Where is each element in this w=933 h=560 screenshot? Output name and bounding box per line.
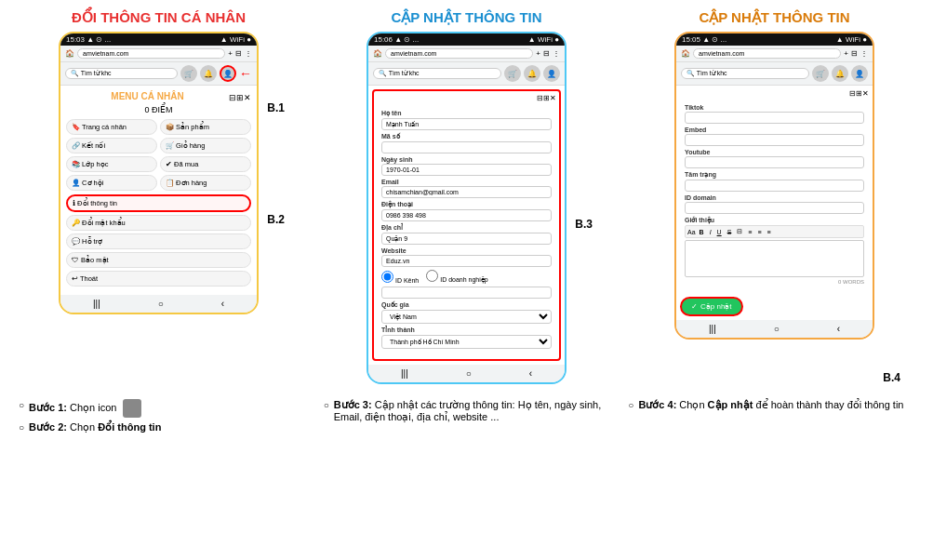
form-group-hoten: Họ tên — [381, 110, 552, 130]
search-input-1[interactable]: 🔍 Tìm từ khc — [65, 68, 178, 79]
menu-points-1: 0 ĐIỂM — [66, 105, 251, 114]
field-email[interactable] — [381, 186, 552, 198]
plus-icon-1: + — [228, 49, 233, 58]
avatar-icon-1[interactable]: 👤 — [220, 65, 236, 82]
toolbar-align-left[interactable]: ≡ — [746, 229, 753, 235]
search-input-2[interactable]: 🔍 Tìm từ khc — [373, 68, 501, 79]
avatar-icon-3: 👤 — [851, 65, 868, 82]
select-tinhthanh[interactable]: Thành phố Hồ Chí Minh — [381, 335, 552, 349]
url-box-1[interactable]: amvietnam.com — [77, 48, 225, 59]
label-email: Email — [381, 179, 552, 185]
menu-bao-mat[interactable]: 🛡 Bảo mật — [66, 252, 251, 268]
field-website[interactable] — [381, 255, 552, 267]
menu-co-hoi[interactable]: 👤 Cơ hội — [66, 175, 157, 191]
url-box-3[interactable]: amvietnam.com — [693, 48, 841, 59]
menu-san-pham[interactable]: 📦 Sản phẩm — [160, 119, 251, 135]
radio-id-doanhnghiep[interactable]: ID doanh nghiệp — [426, 270, 487, 284]
menu-icon-2: ⋮ — [553, 49, 560, 58]
step4-highlight: Cập nhật — [708, 399, 753, 410]
toolbar-align-right[interactable]: ≡ — [766, 229, 773, 235]
field-iddomain[interactable] — [685, 202, 864, 214]
menu-doi-mat-khau[interactable]: 🔑 Đổi mật khẩu — [66, 215, 251, 231]
step1-label: Bước 1: — [29, 402, 67, 413]
instruction-step1: ○ Bước 1: Chọn icon — [19, 399, 305, 418]
search-icon-1: 🔍 — [71, 70, 79, 76]
signal-2: ▲ WiFi ● — [528, 35, 559, 44]
menu-thoat[interactable]: ↩ Thoát — [66, 271, 251, 287]
menu-da-mua[interactable]: ✔ Đã mua — [160, 156, 251, 172]
form-group-tinhthanh: Tỉnh thành Thành phố Hồ Chí Minh — [381, 327, 552, 349]
menu-ket-noi[interactable]: 🔗 Kết nối — [66, 138, 157, 153]
select-quocgia[interactable]: Việt Nam — [381, 310, 552, 324]
search-placeholder-3: Tìm từ khc — [697, 70, 727, 76]
bottom-home-icon-3: ○ — [774, 324, 780, 334]
toolbar-block[interactable]: ⊟ — [735, 228, 744, 235]
instruction-step2: ○ Bước 2: Chọn Đổi thông tin — [19, 421, 305, 433]
bottom-home-icon-2: ○ — [466, 368, 472, 379]
field-id-value[interactable] — [381, 287, 552, 299]
avatar-icon-2: 👤 — [543, 65, 560, 82]
menu-gio-hang[interactable]: 🛒 Giỏ hàng — [160, 138, 251, 153]
cart-icon-1: 🛒 — [180, 65, 197, 82]
instruction-col-2: ○ Bước 3: Cập nhật các trường thông tin:… — [324, 399, 610, 437]
field-tiktok[interactable] — [685, 112, 864, 124]
plus-icon-3: + — [844, 49, 848, 58]
tabs-icon-1: ⊟ — [235, 49, 242, 58]
search-bar-2: 🔍 Tìm từ khc 🛒 🔔 👤 — [368, 62, 565, 86]
label-hoten: Họ tên — [381, 110, 552, 117]
phone-wrapper-1: 15:03 ▲ ⊙ ... ▲ WiFi ● 🏠 amvietnam.com +… — [59, 32, 259, 314]
bottom-home-icon-1: ○ — [158, 299, 164, 309]
menu-don-hang[interactable]: 📋 Đơn hàng — [160, 175, 251, 191]
menu-lop-hoc[interactable]: 📚 Lớp học — [66, 156, 157, 172]
menu-title-1: MENU CÁ NHÂN — [66, 91, 229, 101]
step1-text: Bước 1: Chọn icon — [29, 399, 140, 418]
field-ngaysinh[interactable] — [381, 164, 552, 176]
form-group-diachi: Địa chỉ — [381, 224, 552, 245]
field-dienthoai[interactable] — [381, 209, 552, 221]
field-embed[interactable] — [685, 134, 864, 146]
phone-column-1: ĐỔI THÔNG TIN CÁ NHÂN 15:03 ▲ ⊙ ... ▲ Wi… — [9, 9, 308, 384]
label-youtube: Youtube — [685, 149, 864, 155]
plus-icon-2: + — [536, 49, 540, 58]
field-maso[interactable] — [381, 141, 552, 153]
menu-trang-ca-nhan[interactable]: 🔖 Trang cá nhân — [66, 119, 157, 135]
toolbar-bold[interactable]: B — [698, 229, 706, 235]
signal-3: ▲ WiFi ● — [836, 35, 867, 44]
step4-text: Bước 4: Chọn Cập nhật để hoàn thành thay… — [638, 399, 903, 411]
form-group-youtube: Youtube — [685, 149, 864, 168]
form-header-icons-3: ⊟⊞✕ — [849, 89, 869, 98]
toolbar-align-center[interactable]: ≡ — [755, 229, 763, 235]
tabs-icon-2: ⊟ — [543, 49, 550, 58]
label-gioithieu: Giới thiệu — [685, 217, 864, 224]
field-hoten[interactable] — [381, 118, 552, 130]
menu-ho-tro[interactable]: 💬 Hỗ trợ — [66, 233, 251, 249]
form-group-email: Email — [381, 179, 552, 198]
field-diachi[interactable] — [381, 233, 552, 245]
toolbar-italic[interactable]: I — [708, 229, 713, 235]
toolbar-underline[interactable]: U — [715, 229, 724, 235]
form-content-3: Tiktok Embed Youtube — [680, 100, 869, 292]
search-input-3[interactable]: 🔍 Tìm từ khc — [681, 68, 809, 79]
step3-desc: Cập nhật các trường thông tin: Họ tên, n… — [334, 399, 601, 422]
radio-id-kenh[interactable]: ID Kênh — [381, 271, 419, 284]
textarea-gioithieu[interactable] — [685, 240, 864, 277]
bell-icon-3: 🔔 — [832, 65, 848, 82]
step1-desc: Chọn icon — [70, 402, 119, 413]
phone-column-2: CẬP NHẬT THÔNG TIN 15:06 ▲ ⊙ ... ▲ WiFi … — [317, 9, 616, 384]
field-youtube[interactable] — [685, 156, 864, 168]
toolbar-strike[interactable]: S — [726, 229, 734, 235]
bottom-back-icon-1: ‹ — [221, 299, 224, 309]
label-diachi: Địa chỉ — [381, 224, 552, 232]
home-icon-3: 🏠 — [681, 49, 690, 58]
form-content-2: Họ tên Mã số Ngày sinh — [377, 105, 556, 356]
cap-nhat-button[interactable]: ✓ Cập nhật — [680, 297, 743, 316]
form-group-ngaysinh: Ngày sinh — [381, 156, 552, 176]
label-quocgia: Quốc gia — [381, 301, 552, 309]
phone-wrapper-3: 15:05 ▲ ⊙ ... ▲ WiFi ● 🏠 amvietnam.com +… — [674, 32, 874, 340]
field-tamtrang[interactable] — [685, 180, 864, 192]
url-box-2[interactable]: amvietnam.com — [385, 48, 533, 59]
bullet-2: ○ — [19, 422, 24, 433]
menu-doi-thong-tin[interactable]: ℹ Đổi thông tin — [66, 194, 251, 212]
url-text-1: amvietnam.com — [83, 50, 128, 57]
label-embed: Embed — [685, 127, 864, 133]
